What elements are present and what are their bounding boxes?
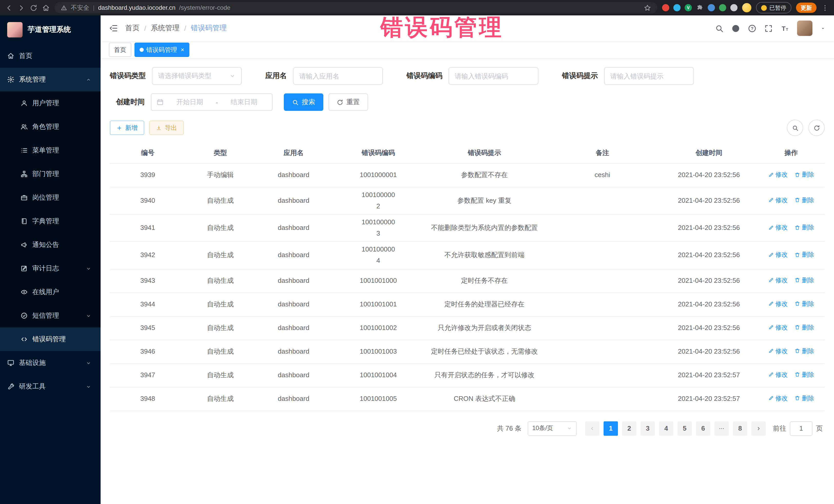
edit-link[interactable]: 修改 (768, 249, 788, 260)
delete-link[interactable]: 删除 (795, 299, 814, 309)
sidebar-item[interactable]: 研发工具 (0, 375, 101, 398)
table-tools (787, 119, 825, 136)
cell-time: 2021-04-20 23:52:56 (660, 222, 758, 234)
delete-link[interactable]: 删除 (795, 275, 814, 285)
browser-profile-avatar[interactable] (742, 3, 751, 12)
reload-icon[interactable] (30, 4, 38, 12)
toggle-search-button[interactable] (787, 119, 803, 136)
sidebar-item[interactable]: 角色管理 (0, 115, 101, 138)
page-button-3[interactable]: 3 (640, 421, 655, 436)
breadcrumb-item[interactable]: 首页 (125, 24, 139, 33)
users-icon (21, 123, 28, 130)
sidebar-item[interactable]: 通知公告 (0, 233, 101, 257)
hamburger-icon[interactable] (109, 24, 118, 33)
refresh-table-button[interactable] (808, 119, 825, 136)
edit-link[interactable]: 修改 (768, 222, 788, 233)
edit-link[interactable]: 修改 (768, 346, 788, 356)
delete-link[interactable]: 删除 (795, 169, 814, 180)
more-pages-button[interactable] (715, 421, 729, 436)
sidebar-item[interactable]: 系统管理 (0, 68, 101, 91)
sidebar-item[interactable]: 审计日志 (0, 257, 101, 280)
page-button-5[interactable]: 5 (678, 421, 692, 436)
sidebar-item[interactable]: 用户管理 (0, 91, 101, 115)
close-icon[interactable]: × (181, 46, 184, 53)
edit-link[interactable]: 修改 (768, 322, 788, 333)
sidebar-item[interactable]: 短信管理 (0, 304, 101, 327)
page-button-6[interactable]: 6 (696, 421, 710, 436)
sidebar-item[interactable]: 基础设施 (0, 351, 101, 375)
user-avatar[interactable] (797, 21, 812, 36)
extension-icon-red[interactable] (662, 4, 669, 11)
cell-id: 3940 (110, 195, 185, 206)
book-icon (21, 218, 28, 225)
error-type-select[interactable]: 请选择错误码类型 (152, 67, 242, 85)
extension-icons: V (662, 4, 738, 12)
edit-link[interactable]: 修改 (768, 369, 788, 380)
home-icon[interactable] (42, 4, 50, 12)
delete-link[interactable]: 删除 (795, 322, 814, 333)
search-button[interactable]: 搜索 (284, 93, 323, 111)
extension-icon-green-v[interactable]: V (685, 4, 692, 11)
error-code-input[interactable] (448, 67, 539, 85)
tab-item[interactable]: 错误码管理 × (134, 43, 190, 57)
delete-link[interactable]: 删除 (795, 222, 814, 233)
delete-link[interactable]: 删除 (795, 369, 814, 380)
page-button-4[interactable]: 4 (659, 421, 673, 436)
extension-icon-grid[interactable] (708, 4, 715, 11)
paused-badge[interactable]: 已暂停 (756, 2, 791, 13)
edit-link[interactable]: 修改 (768, 169, 788, 180)
app-name-input[interactable] (293, 67, 383, 85)
sidebar-item[interactable]: 字典管理 (0, 210, 101, 233)
prev-page-button[interactable] (585, 421, 599, 436)
edit-link[interactable]: 修改 (768, 393, 788, 403)
extension-icon-pin[interactable] (730, 4, 738, 11)
search-icon[interactable] (715, 24, 724, 32)
extension-icon-green[interactable] (719, 4, 726, 11)
back-icon[interactable] (5, 4, 13, 12)
sidebar-item[interactable]: 首页 (0, 44, 101, 68)
page-size-select[interactable]: 10条/页 (528, 421, 577, 436)
sidebar-item[interactable]: 岗位管理 (0, 186, 101, 210)
trash-icon (795, 172, 800, 178)
edit-link[interactable]: 修改 (768, 195, 788, 205)
total-count: 共 76 条 (497, 424, 522, 433)
extension-icon-drop[interactable] (673, 4, 681, 11)
export-button[interactable]: 导出 (149, 120, 184, 135)
delete-link[interactable]: 删除 (795, 195, 814, 205)
address-bar[interactable]: 不安全 | dashboard.yudao.iocoder.cn /system… (54, 2, 657, 13)
sidebar-item[interactable]: 部门管理 (0, 162, 101, 186)
edit-link[interactable]: 修改 (768, 299, 788, 309)
sidebar-item[interactable]: 错误码管理 (0, 327, 101, 351)
delete-link[interactable]: 删除 (795, 249, 814, 260)
font-size-icon[interactable]: TT (781, 24, 789, 32)
browser-menu-icon[interactable] (821, 4, 829, 12)
page-button-2[interactable]: 2 (622, 421, 636, 436)
help-icon[interactable]: ? (748, 24, 756, 32)
edit-link[interactable]: 修改 (768, 275, 788, 285)
tab-item[interactable]: 首页 (109, 43, 131, 57)
delete-link[interactable]: 删除 (795, 393, 814, 403)
next-page-button[interactable] (751, 421, 766, 436)
date-range-picker[interactable]: 开始日期 - 结束日期 (151, 93, 272, 111)
extensions-puzzle-icon[interactable] (696, 4, 704, 12)
breadcrumb-item[interactable]: 系统管理 (151, 24, 180, 33)
delete-link[interactable]: 删除 (795, 346, 814, 356)
error-hint-input[interactable] (604, 67, 694, 85)
sidebar-item[interactable]: 菜单管理 (0, 138, 101, 162)
trash-icon (795, 348, 800, 354)
update-button[interactable]: 更新 (796, 3, 816, 13)
github-icon[interactable] (731, 24, 740, 32)
forward-icon[interactable] (18, 4, 25, 12)
paused-emoji-icon (761, 5, 767, 10)
start-date-placeholder: 开始日期 (167, 97, 213, 107)
page-goto-input[interactable] (790, 421, 812, 436)
fullscreen-icon[interactable] (764, 24, 773, 32)
add-button[interactable]: 新增 (110, 120, 144, 135)
page-button-8[interactable]: 8 (733, 421, 747, 436)
cell-type: 自动生成 (185, 346, 255, 357)
page-button-1[interactable]: 1 (603, 421, 618, 436)
sidebar-item[interactable]: 在线用户 (0, 280, 101, 304)
caret-down-icon[interactable] (820, 25, 826, 31)
reset-button[interactable]: 重置 (328, 93, 368, 111)
bookmark-star-icon[interactable] (643, 4, 651, 12)
